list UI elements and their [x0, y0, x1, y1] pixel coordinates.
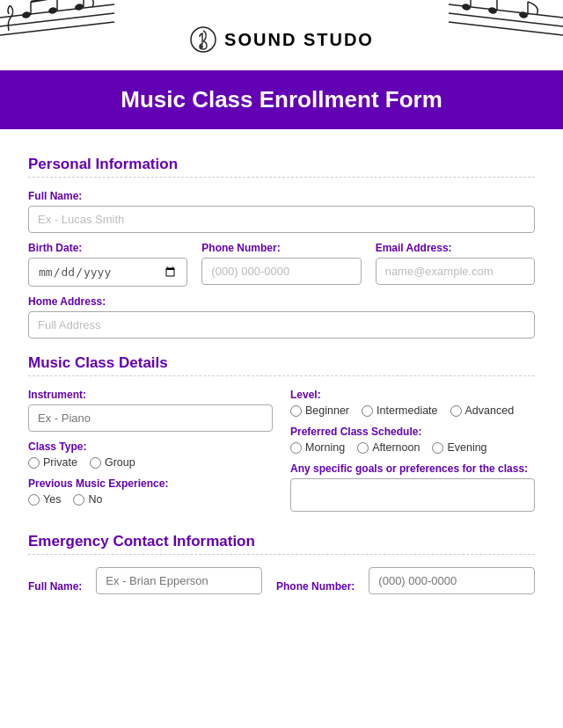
class-type-group-radio[interactable] — [90, 457, 101, 469]
logo: SOUND STUDO — [189, 25, 374, 54]
birth-date-input[interactable] — [28, 258, 187, 287]
class-type-group-option[interactable]: Group — [90, 456, 135, 469]
birth-phone-email-row: Birth Date: Phone Number: Email Address: — [28, 242, 535, 287]
form-content: Personal Information Full Name: Birth Da… — [0, 129, 563, 621]
schedule-morning-radio[interactable] — [290, 442, 302, 454]
birth-date-col: Birth Date: — [28, 242, 187, 287]
experience-yes-option[interactable]: Yes — [28, 493, 61, 506]
svg-point-15 — [461, 3, 471, 11]
class-type-private-label: Private — [43, 456, 77, 469]
phone-input[interactable] — [201, 258, 361, 285]
schedule-afternoon-label: Afternoon — [372, 441, 420, 454]
svg-point-11 — [200, 45, 203, 48]
emergency-name-label: Full Name: — [28, 580, 82, 593]
section-emergency-title: Emergency Contact Information — [28, 533, 535, 550]
instrument-field: Instrument: — [28, 389, 273, 432]
emergency-name-input-col — [96, 567, 262, 594]
goals-field: Any specific goals or preferences for th… — [290, 462, 535, 515]
schedule-morning-label: Morning — [305, 441, 345, 454]
experience-no-label: No — [88, 493, 102, 506]
class-type-field: Class Type: Private Group — [28, 440, 273, 469]
svg-line-9 — [31, 0, 57, 2]
phone-col: Phone Number: — [201, 242, 361, 287]
section-personal-divider — [28, 177, 535, 178]
section-personal-title: Personal Information — [28, 156, 535, 173]
emergency-phone-input[interactable] — [369, 567, 535, 594]
section-emergency-divider — [28, 554, 535, 555]
schedule-field: Preferred Class Schedule: Morning Aftern… — [290, 426, 535, 454]
section-music-title: Music Class Details — [28, 354, 535, 372]
experience-field: Previous Music Experience: Yes No — [28, 477, 273, 506]
music-details-grid: Instrument: Class Type: Private Group — [28, 389, 535, 524]
schedule-afternoon-radio[interactable] — [357, 442, 369, 454]
birth-date-label: Birth Date: — [28, 242, 187, 254]
schedule-label: Preferred Class Schedule: — [290, 426, 535, 438]
class-type-private-radio[interactable] — [28, 457, 40, 469]
level-intermediate-radio[interactable] — [362, 405, 373, 417]
level-beginner-label: Beginner — [305, 404, 349, 417]
title-banner: Music Class Enrollment Form — [0, 70, 563, 129]
emergency-phone-label: Phone Number: — [276, 580, 355, 593]
goals-input[interactable] — [290, 478, 535, 512]
experience-yes-label: Yes — [43, 493, 61, 506]
logo-icon — [189, 25, 217, 54]
level-beginner-radio[interactable] — [290, 405, 302, 417]
emergency-phone-input-col — [369, 567, 535, 594]
experience-yes-radio[interactable] — [28, 494, 40, 506]
section-music-divider — [28, 375, 535, 376]
level-radio-group: Beginner Intermediate Advanced — [290, 404, 535, 417]
schedule-radio-group: Morning Afternoon Evening — [290, 441, 535, 454]
address-field: Home Address: — [28, 295, 535, 339]
instrument-input[interactable] — [28, 404, 273, 432]
class-type-radio-group: Private Group — [28, 456, 273, 469]
experience-no-radio[interactable] — [73, 494, 84, 506]
email-label: Email Address: — [376, 242, 535, 254]
emergency-contact-row: Full Name: Phone Number: — [28, 567, 535, 594]
level-intermediate-option[interactable]: Intermediate — [362, 404, 437, 417]
page: SOUND STUDO Music Class E — [0, 0, 563, 621]
music-notes-right-decoration — [422, 0, 563, 66]
email-input[interactable] — [376, 258, 535, 285]
form-title: Music Class Enrollment Form — [18, 86, 545, 113]
full-name-field: Full Name: — [28, 190, 535, 233]
music-details-right: Level: Beginner Intermediate Advanced — [290, 389, 535, 524]
logo-text: SOUND STUDO — [224, 30, 374, 50]
schedule-afternoon-option[interactable]: Afternoon — [357, 441, 420, 454]
music-notes-left-decoration — [0, 0, 141, 66]
emergency-phone-label-col: Phone Number: — [276, 580, 355, 594]
address-input[interactable] — [28, 311, 535, 339]
svg-point-7 — [74, 3, 84, 11]
level-beginner-option[interactable]: Beginner — [290, 404, 349, 417]
schedule-morning-option[interactable]: Morning — [290, 441, 345, 454]
svg-point-3 — [21, 11, 31, 18]
level-label: Level: — [290, 389, 535, 401]
experience-radio-group: Yes No — [28, 493, 273, 506]
class-type-private-option[interactable]: Private — [28, 456, 77, 469]
level-intermediate-label: Intermediate — [377, 404, 437, 417]
full-name-input[interactable] — [28, 206, 535, 233]
header: SOUND STUDO — [0, 0, 563, 70]
schedule-evening-option[interactable]: Evening — [432, 441, 486, 454]
emergency-name-label-col: Full Name: — [28, 580, 82, 594]
schedule-evening-radio[interactable] — [432, 442, 443, 454]
class-type-group-label: Group — [105, 456, 135, 469]
phone-label: Phone Number: — [201, 242, 361, 254]
music-details-left: Instrument: Class Type: Private Group — [28, 389, 273, 524]
class-type-label: Class Type: — [28, 440, 273, 453]
level-field: Level: Beginner Intermediate Advanced — [290, 389, 535, 417]
svg-point-17 — [487, 6, 497, 14]
emergency-name-input[interactable] — [96, 567, 262, 594]
full-name-label: Full Name: — [28, 190, 535, 202]
level-advanced-label: Advanced — [465, 404, 515, 417]
experience-no-option[interactable]: No — [73, 493, 102, 506]
level-advanced-option[interactable]: Advanced — [450, 404, 515, 417]
level-advanced-radio[interactable] — [450, 405, 462, 417]
svg-point-5 — [48, 6, 57, 14]
experience-label: Previous Music Experience: — [28, 477, 273, 490]
goals-label: Any specific goals or preferences for th… — [290, 462, 535, 475]
schedule-evening-label: Evening — [447, 441, 486, 454]
email-col: Email Address: — [376, 242, 535, 287]
instrument-label: Instrument: — [28, 389, 273, 401]
address-label: Home Address: — [28, 295, 535, 308]
